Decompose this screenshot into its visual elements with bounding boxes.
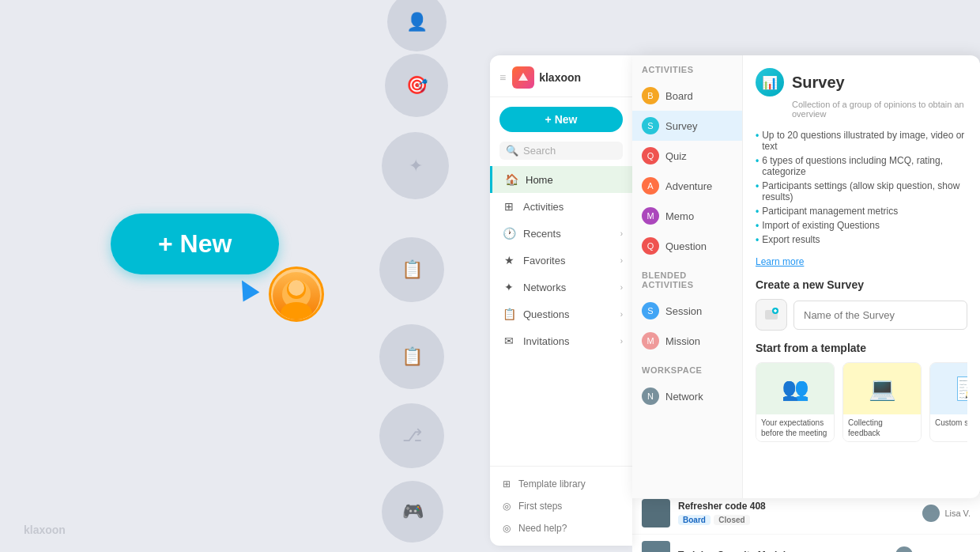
template-library-label: Template library — [518, 478, 586, 490]
need-help-label: Need help? — [518, 523, 567, 534]
sidebar-item-favorites[interactable]: ★ Favorites › — [490, 247, 632, 274]
favorites-icon: ★ — [503, 254, 515, 267]
training-user: anne-laure D. — [895, 546, 971, 552]
lisa-name: Lisa V. — [944, 509, 971, 518]
activity-session[interactable]: S Session — [632, 296, 742, 326]
activity-adventure[interactable]: A Adventure — [632, 171, 742, 201]
refresher-user: Lisa V. — [922, 505, 971, 522]
need-help-icon: ◎ — [503, 523, 511, 534]
blended-section-label: Blended activities — [632, 261, 742, 296]
search-bar[interactable]: 🔍 Search — [499, 142, 623, 160]
templates-row: 👥 Your expectations before the meeting 💻… — [756, 362, 967, 442]
template-feedback-img: 💻 — [843, 363, 921, 414]
learn-more-link[interactable]: Learn more — [756, 256, 967, 267]
survey-icon: S — [642, 117, 659, 134]
recents-icon: 🕐 — [503, 227, 515, 240]
svg-point-2 — [281, 302, 312, 319]
sidebar-item-activities-label: Activities — [523, 201, 564, 213]
questions-arrow: › — [620, 310, 623, 319]
deco-circle-6: ⎇ — [379, 403, 444, 468]
deco-circle-1: 👤 — [387, 0, 447, 51]
new-button[interactable]: + New — [111, 214, 279, 274]
sidebar-footer: ⊞ Template library ◎ First steps ◎ Need … — [490, 466, 632, 546]
survey-label: Survey — [665, 120, 697, 132]
search-placeholder: Search — [523, 145, 556, 157]
activity-question[interactable]: Q Question — [632, 231, 742, 261]
quiz-label: Quiz — [665, 150, 687, 162]
sidebar-item-home[interactable]: 🏠 Home — [490, 166, 632, 193]
invitations-arrow: › — [620, 337, 623, 346]
template-feedback[interactable]: 💻 Collecting feedback — [842, 362, 922, 442]
sidebar-item-networks[interactable]: ✦ Networks › — [490, 274, 632, 301]
question-label: Question — [665, 240, 707, 252]
question-icon: Q — [642, 237, 659, 255]
template-expectations-img: 👥 — [756, 363, 834, 414]
sidebar: ≡ klaxoon + New 🔍 Search 🏠 Home ⊞ Activi… — [490, 55, 632, 546]
survey-detail-panel: 📊 Survey Collection of a group of opinio… — [743, 55, 980, 498]
annelaure-avatar — [895, 546, 913, 552]
feature-3: Participants settings (allow skip questi… — [756, 179, 967, 204]
feature-4: Participant management metrics — [756, 204, 967, 218]
favorites-arrow: › — [620, 256, 623, 265]
template-custom-img: 📝 — [930, 363, 967, 414]
need-help-item[interactable]: ◎ Need help? — [490, 517, 632, 539]
activities-section-label: Activities — [632, 65, 742, 81]
svg-marker-4 — [518, 73, 528, 81]
deco-circle-7: 🎮 — [382, 481, 443, 543]
refresher-info: Refresher code 408 Board Closed — [678, 501, 914, 526]
new-button-area: + New — [111, 214, 279, 274]
questions-icon: 📋 — [503, 308, 515, 320]
sidebar-item-questions[interactable]: 📋 Questions › — [490, 301, 632, 327]
activity-memo[interactable]: M Memo — [632, 201, 742, 231]
quiz-icon: Q — [642, 147, 659, 164]
activity-survey[interactable]: S Survey — [632, 111, 742, 141]
activity-mission[interactable]: M Mission — [632, 326, 742, 356]
template-expectations[interactable]: 👥 Your expectations before the meeting — [756, 362, 835, 442]
svg-point-3 — [288, 280, 304, 296]
survey-features-list: Up to 20 questions illustrated by image,… — [756, 128, 967, 247]
survey-name-input[interactable] — [793, 301, 967, 330]
template-custom-label: Custom survey — [930, 414, 967, 431]
workspace-section-label: Workspace — [632, 356, 742, 381]
adventure-label: Adventure — [665, 180, 712, 192]
first-steps-item[interactable]: ◎ First steps — [490, 495, 632, 517]
network-icon: N — [642, 388, 659, 405]
mission-icon: M — [642, 332, 659, 350]
avatar — [269, 267, 324, 322]
activity-board[interactable]: B Board — [632, 81, 742, 111]
klaxoon-footer-logo: klaxoon — [24, 524, 66, 536]
template-library-item[interactable]: ⊞ Template library — [490, 473, 632, 495]
deco-circle-3: ✦ — [382, 132, 449, 199]
feature-2: 6 types of questions including MCQ, rati… — [756, 153, 967, 179]
template-custom[interactable]: 📝 Custom survey — [929, 362, 967, 442]
survey-name-icon — [756, 299, 787, 331]
memo-label: Memo — [665, 210, 694, 222]
template-expectations-label: Your expectations before the meeting — [756, 414, 834, 441]
create-section-title: Create a new Survey — [756, 278, 967, 291]
activity-network[interactable]: N Network — [632, 381, 742, 411]
footer-logo-text: klaxoon — [24, 524, 66, 536]
search-icon: 🔍 — [506, 145, 518, 157]
activity-quiz[interactable]: Q Quiz — [632, 141, 742, 171]
deco-circle-4: 📋 — [379, 237, 444, 302]
sidebar-collapse-icon[interactable]: ≡ — [499, 71, 506, 84]
session-icon: S — [642, 302, 659, 319]
deco-circle-2: 🎯 — [385, 54, 448, 117]
sidebar-item-recents[interactable]: 🕐 Recents › — [490, 220, 632, 247]
survey-title-row: 📊 Survey — [756, 68, 967, 96]
lisa-avatar — [922, 505, 940, 522]
sidebar-new-button[interactable]: + New — [499, 107, 623, 132]
activities-icon: ⊞ — [503, 200, 515, 213]
sidebar-item-activities[interactable]: ⊞ Activities — [490, 193, 632, 220]
survey-big-icon: 📊 — [756, 68, 784, 96]
refresher-badge: Board — [678, 515, 710, 525]
survey-detail-title: Survey — [792, 74, 845, 92]
sidebar-item-invitations[interactable]: ✉ Invitations › — [490, 327, 632, 354]
main-panel: Activities B Board S Survey Q Quiz A Adv… — [632, 55, 980, 498]
recents-arrow: › — [620, 229, 623, 238]
feature-5: Import of existing Questions — [756, 218, 967, 233]
mission-label: Mission — [665, 335, 700, 347]
sidebar-item-recents-label: Recents — [523, 228, 561, 240]
networks-icon: ✦ — [503, 281, 515, 293]
template-section-title: Start from a template — [756, 342, 967, 354]
